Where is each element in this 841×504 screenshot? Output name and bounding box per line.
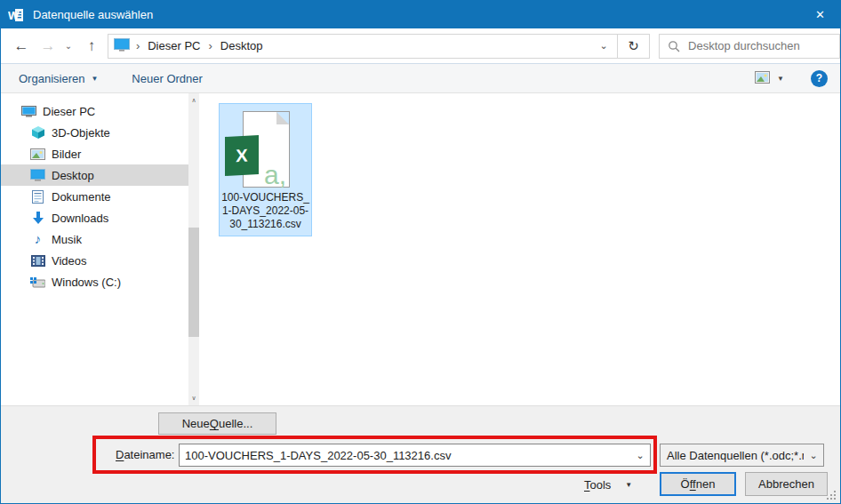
filename-combobox[interactable]: ⌄ — [179, 444, 651, 467]
svg-text:W: W — [8, 9, 20, 22]
scroll-up-icon[interactable]: ∧ — [188, 93, 199, 108]
thumbnail-view-icon — [755, 71, 770, 86]
file-item-csv[interactable]: a, X 100-VOUCHERS_ 1-DAYS_2022-05- 30_11… — [219, 103, 312, 236]
sidebar-item-label: Dieser PC — [43, 105, 95, 118]
filename-label: Dateiname: — [116, 444, 174, 467]
documents-icon — [30, 190, 45, 204]
chevron-down-icon: ▼ — [91, 75, 98, 83]
window-title: Datenquelle auswählen — [33, 8, 153, 21]
computer-icon — [21, 105, 36, 118]
dialog-body: Dieser PC 3D-Objekte — [1, 93, 840, 405]
sidebar-item-label: 3D-Objekte — [52, 126, 110, 140]
navigation-bar: ← → ⌄ ↑ › Dieser PC › Desktop ⌄ ↻ — [1, 28, 840, 63]
sidebar-item-label: Dokumente — [52, 190, 110, 204]
file-list-area[interactable]: a, X 100-VOUCHERS_ 1-DAYS_2022-05- 30_11… — [199, 93, 840, 405]
title-bar: W Datenquelle auswählen ✕ — [1, 1, 840, 28]
organize-button[interactable]: Organisieren ▼ — [12, 64, 105, 92]
csv-letter: a, — [264, 160, 286, 190]
search-box[interactable] — [659, 34, 840, 59]
help-icon[interactable]: ? — [811, 70, 828, 87]
new-folder-label: Neuer Ordner — [132, 72, 202, 85]
search-input[interactable] — [688, 39, 839, 52]
chevron-down-icon: ▼ — [777, 75, 784, 83]
organize-label: Organisieren — [19, 72, 84, 85]
breadcrumb-separator-icon: › — [130, 39, 146, 52]
excel-badge-icon: X — [225, 135, 259, 176]
select-data-source-dialog: W Datenquelle auswählen ✕ ← → ⌄ ↑ › Dies… — [0, 0, 841, 504]
sidebar-item-dieser-pc[interactable]: Dieser PC — [1, 100, 188, 122]
back-button[interactable]: ← — [10, 34, 33, 59]
file-name-label: 100-VOUCHERS_ 1-DAYS_2022-05- 30_113216.… — [220, 191, 311, 231]
sidebar-item-label: Desktop — [52, 169, 94, 182]
videos-icon — [30, 255, 45, 267]
new-source-button[interactable]: Neue Quelle... — [158, 412, 276, 435]
sidebar-item-label: Videos — [52, 254, 87, 268]
new-folder-button[interactable]: Neuer Ordner — [124, 64, 209, 92]
command-toolbar: Organisieren ▼ Neuer Ordner ▼ ? — [1, 63, 840, 93]
scroll-down-icon[interactable]: ∨ — [188, 391, 199, 405]
chevron-down-icon[interactable]: ⌄ — [630, 450, 650, 461]
filename-input[interactable] — [180, 449, 630, 462]
page-fold — [276, 112, 289, 124]
desktop-icon — [30, 169, 45, 181]
view-mode-button[interactable]: ▼ — [755, 71, 784, 86]
up-button[interactable]: ↑ — [80, 34, 103, 59]
address-dropdown-icon[interactable]: ⌄ — [594, 40, 613, 52]
sidebar-item-videos[interactable]: Videos — [1, 250, 188, 271]
filetype-dropdown[interactable]: Alle Datenquellen (*.odc;*.mdb ⌄ — [660, 444, 824, 467]
desktop-location-icon — [114, 38, 130, 54]
breadcrumb-item-dieser-pc[interactable]: Dieser PC — [146, 37, 202, 54]
tools-button[interactable]: Tools ▼ — [584, 474, 632, 495]
pictures-icon — [30, 148, 45, 160]
sidebar-item-windows-c[interactable]: Windows (C:) — [1, 271, 188, 292]
cancel-button[interactable]: Abbrechen — [745, 472, 828, 496]
filetype-value: Alle Datenquellen (*.odc;*.mdb — [661, 449, 804, 462]
sidebar-item-label: Musik — [52, 233, 82, 246]
sidebar-item-dokumente[interactable]: Dokumente — [1, 186, 188, 207]
refresh-button[interactable]: ↻ — [617, 34, 650, 59]
chevron-down-icon: ⌄ — [804, 450, 823, 461]
sidebar-item-label: Bilder — [52, 148, 81, 161]
3d-objects-icon — [30, 125, 45, 140]
sidebar-item-3d-objekte[interactable]: 3D-Objekte — [1, 122, 188, 143]
sidebar-item-desktop[interactable]: Desktop — [1, 164, 188, 186]
music-icon: ♪ — [30, 233, 45, 245]
sidebar-item-label: Windows (C:) — [52, 276, 121, 289]
sidebar-item-musik[interactable]: ♪ Musik — [1, 228, 188, 250]
toolbar-right-group: ▼ ? — [755, 70, 840, 87]
chevron-down-icon: ▼ — [625, 481, 632, 489]
history-dropdown-icon[interactable]: ⌄ — [61, 34, 76, 59]
address-bar[interactable]: › Dieser PC › Desktop ⌄ — [108, 34, 618, 59]
close-button[interactable]: ✕ — [800, 1, 840, 28]
search-icon — [668, 40, 680, 52]
sidebar-item-bilder[interactable]: Bilder — [1, 143, 188, 164]
downloads-icon — [30, 212, 45, 225]
sidebar-item-downloads[interactable]: Downloads — [1, 207, 188, 228]
forward-button[interactable]: → — [36, 34, 60, 59]
word-app-icon: W — [8, 7, 26, 22]
drive-icon — [30, 276, 45, 288]
resize-grip[interactable] — [827, 498, 829, 500]
dialog-footer: Neue Quelle... Dateiname: ⌄ Alle Datenqu… — [1, 405, 840, 504]
navigation-pane: Dieser PC 3D-Objekte — [1, 93, 188, 405]
breadcrumb-separator-icon: › — [202, 39, 218, 52]
scrollbar-thumb[interactable] — [188, 228, 199, 337]
sidebar-scrollbar[interactable]: ∧ ∨ — [188, 93, 199, 405]
breadcrumb-item-desktop[interactable]: Desktop — [219, 37, 265, 54]
open-button[interactable]: Öffnen — [660, 472, 736, 496]
sidebar-item-label: Downloads — [52, 212, 108, 225]
